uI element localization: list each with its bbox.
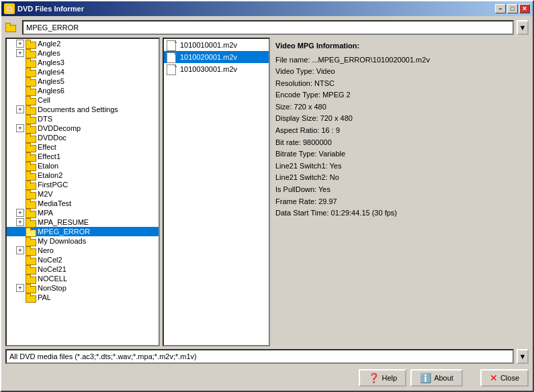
folder-icon bbox=[26, 49, 36, 57]
tree-item[interactable]: NOCELL bbox=[7, 274, 159, 283]
tree-item[interactable]: M2V bbox=[7, 189, 159, 199]
tree-item-label: FirstPGC bbox=[38, 181, 68, 189]
info-line: Resolution: NTSC bbox=[275, 78, 526, 90]
tree-item[interactable]: +NonStop bbox=[7, 283, 159, 293]
tree-item-label: NOCELL bbox=[38, 275, 67, 283]
tree-item[interactable]: NoCel2 bbox=[7, 255, 159, 264]
path-dropdown[interactable]: MPEG_ERROR bbox=[22, 20, 514, 35]
tree-item[interactable]: +Nero bbox=[7, 246, 159, 255]
tree-item[interactable]: +Angle2 bbox=[7, 39, 159, 48]
file-list-panel[interactable]: 1010010001.m2v1010020001.m2v1010030001.m… bbox=[163, 38, 270, 346]
file-item-label: 1010020001.m2v bbox=[180, 53, 237, 61]
info-line: Display Size: 720 x 480 bbox=[275, 113, 526, 125]
folder-icon bbox=[26, 162, 36, 170]
file-item[interactable]: 1010010001.m2v bbox=[164, 39, 269, 51]
folder-icon bbox=[26, 152, 36, 160]
help-button[interactable]: ❓ Help bbox=[359, 369, 407, 387]
expand-button[interactable]: + bbox=[16, 246, 24, 254]
tree-item-label: Effect bbox=[38, 143, 56, 151]
tree-item[interactable]: +MPA_RESUME bbox=[7, 217, 159, 227]
folder-icon bbox=[26, 209, 36, 217]
tree-item-label: PAL bbox=[38, 293, 51, 301]
info-line: File name: ...MPEG_ERROR\1010020001.m2v bbox=[275, 54, 526, 66]
info-line: Line21 Switch2: No bbox=[275, 172, 526, 184]
tree-item-label: Etalon bbox=[38, 162, 58, 170]
folder-icon bbox=[26, 265, 36, 273]
tree-item[interactable]: MPEG_ERROR bbox=[7, 227, 159, 236]
info-line: Aspect Ratio: 16 : 9 bbox=[275, 125, 526, 137]
tree-item[interactable]: PAL bbox=[7, 293, 159, 302]
expand-button[interactable]: + bbox=[16, 40, 24, 48]
tree-item[interactable]: +Angles bbox=[7, 48, 159, 58]
action-buttons: ❓ Help ℹ️ About ✕ Close bbox=[5, 369, 529, 387]
tree-item[interactable]: DTS bbox=[7, 114, 159, 124]
tree-item[interactable]: Angles4 bbox=[7, 67, 159, 77]
tree-item[interactable]: Angles6 bbox=[7, 86, 159, 95]
folder-icon bbox=[26, 87, 36, 95]
close-window-button[interactable]: ✕ bbox=[519, 4, 530, 13]
expand-button[interactable]: + bbox=[16, 105, 24, 113]
about-icon: ℹ️ bbox=[420, 373, 431, 383]
folder-icon bbox=[26, 181, 36, 189]
folder-icon bbox=[26, 275, 36, 283]
tree-item[interactable]: +MPA bbox=[7, 208, 159, 217]
tree-item-label: Documents and Settings bbox=[38, 105, 118, 113]
folder-icon bbox=[26, 115, 36, 123]
tree-item[interactable]: Cell bbox=[7, 95, 159, 105]
tree-item[interactable]: +Documents and Settings bbox=[7, 105, 159, 114]
tree-item[interactable]: MediaTest bbox=[7, 199, 159, 208]
expand-button[interactable]: + bbox=[16, 49, 24, 57]
path-dropdown-arrow[interactable]: ▼ bbox=[517, 20, 529, 35]
tree-item[interactable]: Angles3 bbox=[7, 58, 159, 67]
tree-item[interactable]: NoCel21 bbox=[7, 264, 159, 274]
file-item[interactable]: 1010020001.m2v bbox=[164, 51, 269, 63]
window-title: DVD Files Informer bbox=[17, 5, 495, 13]
tree-item[interactable]: FirstPGC bbox=[7, 180, 159, 189]
path-selector-row: MPEG_ERROR ▼ bbox=[5, 20, 529, 35]
close-button[interactable]: ✕ Close bbox=[480, 369, 529, 387]
main-window: 📀 DVD Files Informer − □ ✕ MPEG_ERROR ▼ … bbox=[0, 0, 534, 392]
expand-button[interactable]: + bbox=[16, 124, 24, 132]
about-button[interactable]: ℹ️ About bbox=[410, 369, 463, 387]
folder-icon bbox=[26, 134, 36, 142]
expand-button[interactable]: + bbox=[16, 218, 24, 226]
tree-item-label: NoCel21 bbox=[38, 265, 66, 273]
tree-item-label: MPEG_ERROR bbox=[38, 228, 90, 236]
tree-item[interactable]: +DVDDecomp bbox=[7, 124, 159, 133]
expand-button[interactable]: + bbox=[16, 284, 24, 292]
maximize-button[interactable]: □ bbox=[507, 4, 518, 13]
info-line: Data Start Time: 01:29:44.15 (30 fps) bbox=[275, 207, 526, 219]
filter-dropdown-arrow[interactable]: ▼ bbox=[517, 349, 529, 364]
filter-dropdown[interactable]: All DVD media files (*.ac3;*.dts;*.wav;*… bbox=[5, 349, 514, 364]
info-line: Encode Type: MPEG 2 bbox=[275, 89, 526, 101]
info-panel: Video MPG Information: File name: ...MPE… bbox=[273, 38, 529, 346]
folder-tree-panel[interactable]: +Angle2+AnglesAngles3Angles4Angles5Angle… bbox=[5, 38, 160, 346]
file-item-label: 1010010001.m2v bbox=[180, 41, 237, 49]
tree-item[interactable]: DVDDoc bbox=[7, 133, 159, 142]
tree-item-label: DTS bbox=[38, 115, 52, 123]
file-icon bbox=[167, 64, 177, 74]
main-content: MPEG_ERROR ▼ +Angle2+AnglesAngles3Angles… bbox=[1, 16, 533, 391]
folder-icon bbox=[26, 143, 36, 151]
tree-item[interactable]: My Downloads bbox=[7, 236, 159, 246]
folder-icon bbox=[26, 105, 36, 113]
expand-button[interactable]: + bbox=[16, 209, 24, 217]
info-line: Video Type: Video bbox=[275, 66, 526, 78]
folder-icon bbox=[26, 293, 36, 301]
minimize-button[interactable]: − bbox=[495, 4, 506, 13]
file-item-label: 1010030001.m2v bbox=[180, 65, 237, 73]
info-line: Line21 Switch1: Yes bbox=[275, 160, 526, 173]
info-line: Frame Rate: 29.97 bbox=[275, 196, 526, 208]
folder-icon bbox=[26, 256, 36, 264]
tree-item-label: MPA_RESUME bbox=[38, 218, 89, 226]
file-item[interactable]: 1010030001.m2v bbox=[164, 63, 269, 75]
info-line: Is PullDown: Yes bbox=[275, 184, 526, 196]
tree-item-label: MPA bbox=[38, 209, 53, 217]
tree-item[interactable]: Effect bbox=[7, 142, 159, 152]
tree-item-label: NonStop bbox=[38, 284, 66, 292]
tree-item[interactable]: Etalon2 bbox=[7, 170, 159, 180]
tree-item[interactable]: Etalon bbox=[7, 161, 159, 170]
tree-item[interactable]: Effect1 bbox=[7, 152, 159, 161]
tree-item[interactable]: Angles5 bbox=[7, 77, 159, 86]
title-bar-buttons: − □ ✕ bbox=[495, 4, 530, 13]
